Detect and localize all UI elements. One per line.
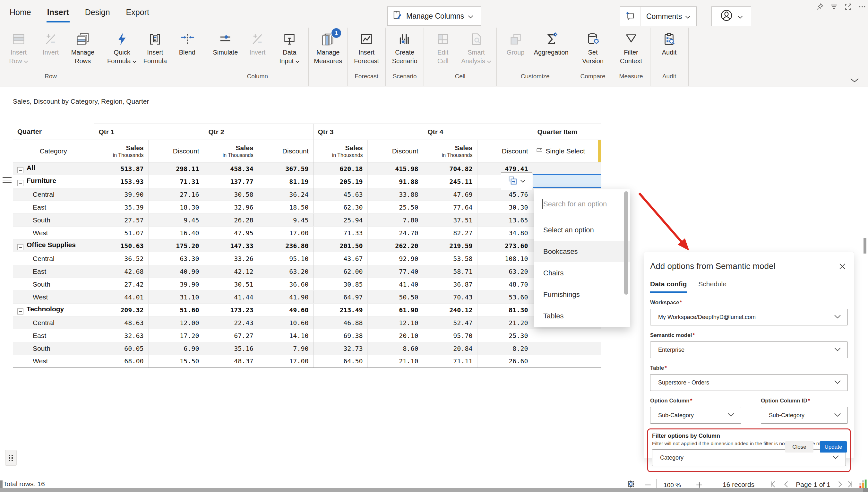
ribbon-button-manage-measures[interactable]: ManageMeasures1	[312, 28, 344, 66]
cell-value[interactable]: 13.65	[477, 214, 533, 227]
cell-value[interactable]: 18.50	[258, 201, 313, 214]
cell-value[interactable]: 41.90	[258, 291, 313, 303]
cell-value[interactable]: 47.69	[423, 188, 477, 201]
cell-value[interactable]: 262.20	[367, 240, 423, 252]
cell-value[interactable]: 26.28	[204, 214, 258, 227]
first-page-button[interactable]	[769, 480, 778, 489]
ribbon-button-simulate[interactable]: Simulate	[209, 28, 241, 57]
cell-value[interactable]: 17.00	[258, 227, 313, 240]
ribbon-button-aggregation[interactable]: Aggregation	[532, 28, 571, 57]
cell-value[interactable]: 458.34	[204, 163, 258, 175]
cell-value[interactable]: 20.10	[367, 329, 423, 342]
option-search-input[interactable]: Search for an option	[534, 189, 630, 219]
table-select[interactable]: Superstore - Orders	[650, 374, 848, 391]
cell-value[interactable]: 8.60	[367, 342, 423, 355]
cell-value[interactable]: 30.30	[477, 201, 533, 214]
cell-value[interactable]: 24.70	[367, 227, 423, 240]
collapse-icon[interactable]	[17, 180, 23, 186]
tab-data-config[interactable]: Data config	[650, 280, 687, 293]
cell-value[interactable]: 37.51	[423, 214, 477, 227]
selected-cell[interactable]	[533, 174, 601, 188]
row-label[interactable]: South	[13, 214, 94, 227]
cell-value[interactable]: 26.60	[477, 355, 533, 368]
cell-value[interactable]: 81.30	[477, 303, 533, 316]
cell-value[interactable]: 69.38	[313, 329, 367, 342]
last-page-button[interactable]	[845, 480, 853, 489]
cell-value[interactable]: 415.98	[367, 163, 423, 175]
cell-value[interactable]: 704.82	[423, 163, 477, 175]
cell-value[interactable]: 71.11	[423, 355, 477, 368]
row-label[interactable]: West	[13, 291, 94, 303]
cell-value[interactable]: 213.49	[313, 303, 367, 316]
quarter-item-cell[interactable]	[533, 329, 601, 342]
cell-value[interactable]: 60.05	[94, 342, 148, 355]
row-label[interactable]: East	[13, 329, 94, 342]
cell-value[interactable]: 52.47	[423, 316, 477, 329]
cell-value[interactable]: 30.58	[204, 188, 258, 201]
ribbon-button-set-version[interactable]: SetVersion	[577, 28, 609, 66]
cell-value[interactable]: 53.58	[423, 252, 477, 265]
cell-value[interactable]: 47.95	[204, 227, 258, 240]
cell-action-button[interactable]	[501, 172, 532, 190]
cell-value[interactable]: 63.20	[477, 265, 533, 278]
row-label[interactable]: East	[13, 201, 94, 214]
cell-value[interactable]: 36.52	[94, 252, 148, 265]
ribbon-button-filter-context[interactable]: FilterContext	[615, 28, 647, 66]
cell-value[interactable]: 44.01	[94, 291, 148, 303]
cell-value[interactable]: 48.63	[94, 316, 148, 329]
cell-value[interactable]: 7.80	[367, 214, 423, 227]
ribbon-button-insert-forecast[interactable]: InsertForecast	[351, 28, 383, 66]
filter-lines-icon[interactable]	[829, 2, 839, 11]
ribbon-button-manage-rows[interactable]: ManageRows	[67, 28, 99, 66]
ribbon-button-create-scenario[interactable]: CreateScenario	[389, 28, 421, 66]
cell-value[interactable]: 20.84	[423, 342, 477, 355]
user-avatar-button[interactable]	[711, 6, 751, 26]
cell-value[interactable]: 48.37	[204, 355, 258, 368]
cell-value[interactable]: 27.16	[148, 188, 204, 201]
cell-value[interactable]: 30.85	[313, 278, 367, 291]
ribbon-button-blend[interactable]: Blend	[171, 28, 203, 57]
cell-value[interactable]: 7.90	[258, 342, 313, 355]
cell-value[interactable]: 95.10	[258, 252, 313, 265]
row-label[interactable]: West	[13, 355, 94, 368]
cell-value[interactable]: 35.16	[204, 342, 258, 355]
cell-value[interactable]: 62.30	[313, 201, 367, 214]
cell-value[interactable]: 36.60	[258, 278, 313, 291]
cell-value[interactable]: 32.63	[94, 329, 148, 342]
focus-mode-icon[interactable]	[843, 2, 853, 11]
cell-value[interactable]: 273.60	[477, 240, 533, 252]
ribbon-button-audit[interactable]: Audit	[653, 28, 685, 57]
cell-value[interactable]: 39.90	[94, 188, 148, 201]
manage-columns-button[interactable]: Manage Columns	[387, 6, 481, 26]
cell-value[interactable]: 27.57	[94, 214, 148, 227]
pin-icon[interactable]	[815, 2, 825, 11]
cell-value[interactable]: 33.26	[204, 252, 258, 265]
cell-value[interactable]: 41.40	[367, 278, 423, 291]
quarter-item-cell[interactable]	[533, 163, 601, 175]
cell-value[interactable]: 9.45	[258, 214, 313, 227]
cell-value[interactable]: 45.63	[313, 188, 367, 201]
row-label[interactable]: South	[13, 278, 94, 291]
cell-value[interactable]: 21.10	[367, 355, 423, 368]
more-options-icon[interactable]	[858, 2, 867, 11]
cell-value[interactable]: 49.60	[258, 303, 313, 316]
cell-value[interactable]: 42.68	[94, 265, 148, 278]
cell-value[interactable]: 209.32	[94, 303, 148, 316]
cell-value[interactable]: 10.60	[258, 316, 313, 329]
prev-page-button[interactable]	[782, 480, 791, 489]
tab-design[interactable]: Design	[84, 8, 111, 22]
cell-value[interactable]: 39.90	[148, 278, 204, 291]
cell-value[interactable]: 8.20	[477, 342, 533, 355]
cell-value[interactable]: 21.20	[477, 316, 533, 329]
cell-value[interactable]: 137.77	[204, 175, 258, 188]
cell-value[interactable]: 77.40	[367, 265, 423, 278]
discount-header[interactable]: Discount	[477, 140, 533, 163]
cell-value[interactable]: 51.07	[94, 227, 148, 240]
cell-value[interactable]: 18.30	[148, 201, 204, 214]
option-item-bookcases[interactable]: Bookcases	[534, 241, 630, 262]
close-button[interactable]: Close	[785, 441, 813, 452]
tab-insert[interactable]: Insert	[47, 8, 70, 22]
cell-value[interactable]: 34.80	[477, 227, 533, 240]
cell-value[interactable]: 620.18	[313, 163, 367, 175]
cell-value[interactable]: 40.90	[148, 265, 204, 278]
